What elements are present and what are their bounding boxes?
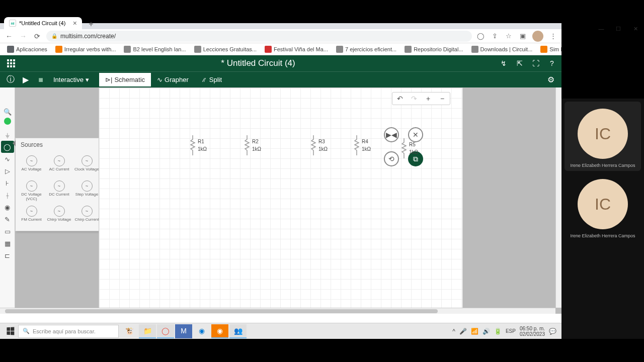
misc-tool[interactable]: ▦	[1, 237, 14, 249]
close-tab-icon[interactable]: ×	[73, 19, 77, 27]
teams-participant-tile[interactable]: IC Irene Elizabeth Herrera Campos	[565, 102, 641, 171]
grid-icon	[7, 59, 15, 67]
close-window-button[interactable]: ✕	[627, 23, 644, 34]
bookmark-item[interactable]: Festival Viña del Ma...	[262, 45, 331, 54]
ground-tool[interactable]: ⏚	[1, 129, 14, 141]
zoom-in-button[interactable]: +	[422, 94, 435, 104]
schematic-canvas[interactable]: ↶ ↷ + − ▶◀ ✕ ⟲ ⧉ R11kΩR21kΩR31kΩR41kΩR51…	[99, 87, 463, 309]
tab-grapher[interactable]: ∿ Grapher	[151, 73, 195, 86]
back-button[interactable]: ←	[4, 31, 14, 41]
source-component[interactable]: ~Chirp Voltage	[45, 204, 73, 229]
transistor-tool[interactable]: ⊦	[1, 177, 14, 189]
source-component[interactable]: ~FM Current	[18, 204, 45, 229]
bookmark-item[interactable]: Lecciones Gratuitas...	[191, 45, 260, 54]
vertical-scrollbar[interactable]	[555, 87, 561, 308]
profile-avatar[interactable]	[532, 31, 543, 42]
source-icon: ~	[82, 180, 93, 192]
diode-tool[interactable]: ▷	[1, 165, 14, 177]
tray-clock[interactable]: 06:50 p. m. 02/02/2023	[520, 326, 545, 337]
extensions-icon[interactable]: ▣	[518, 32, 527, 41]
teams-participant-tile[interactable]: IC Irene Elizabeth Herrera Campos	[561, 174, 644, 241]
task-chrome[interactable]: ◯	[157, 324, 174, 338]
resistor-component[interactable]: R11kΩ	[190, 135, 207, 155]
bookmark-item[interactable]: Sim Bookville: Misió...	[537, 45, 561, 54]
tray-volume-icon[interactable]: 🔊	[482, 328, 490, 335]
source-component[interactable]: ~Clock Voltage	[73, 153, 101, 178]
resistor-component[interactable]: R21kΩ	[244, 135, 261, 155]
bookmark-item[interactable]: B2 level English lan...	[121, 45, 189, 54]
new-tab-button[interactable]: +	[86, 19, 96, 29]
source-component[interactable]: ~AC Voltage	[18, 153, 45, 178]
menu-icon[interactable]: ⋮	[548, 32, 557, 41]
simulation-mode-select[interactable]: Interactive ▾	[49, 76, 93, 83]
tray-battery-icon[interactable]: 🔋	[494, 328, 502, 335]
bookmark-item[interactable]: Irregular verbs with...	[52, 45, 119, 54]
browser-tab[interactable]: ni *Untitled Circuit (4) ×	[4, 17, 82, 29]
start-button[interactable]	[2, 324, 18, 338]
redo-button[interactable]: ↷	[408, 94, 421, 104]
help-icon[interactable]: ?	[547, 59, 556, 68]
maximize-button[interactable]: ☐	[610, 23, 627, 34]
source-component[interactable]: ~AC Current	[45, 153, 73, 178]
url-field[interactable]: 🔒 multisim.com/create/	[46, 31, 472, 42]
tray-lang[interactable]: ESP	[506, 328, 516, 334]
source-component[interactable]: ~Step Voltage	[73, 178, 101, 204]
bookmark-item[interactable]: Aplicaciones	[4, 45, 50, 54]
bookmark-item[interactable]: 7 ejercicios eficient...	[333, 45, 399, 54]
passive-tool[interactable]: ∿	[1, 153, 14, 165]
source-component[interactable]: ~DC Voltage (VCC)	[18, 178, 45, 204]
task-teams[interactable]: 👥	[229, 324, 247, 338]
participant-name: Irene Elizabeth Herrera Campos	[564, 233, 642, 238]
rotate-button[interactable]: ⟲	[384, 151, 399, 166]
search-tool[interactable]: 🔍	[1, 106, 14, 118]
document-title: * Untitled Circuit (4)	[17, 58, 499, 68]
settings-button[interactable]: ⚙	[544, 73, 557, 86]
resistor-component[interactable]: R51kΩ	[401, 138, 418, 158]
source-component[interactable]: ~DC Current	[45, 178, 73, 204]
task-app-orange[interactable]: ◉	[211, 324, 228, 338]
bookmark-item[interactable]: Repositorio Digital...	[401, 45, 466, 54]
export-icon[interactable]: ⇱	[515, 59, 524, 68]
sources-tool[interactable]: ◯	[1, 141, 14, 153]
task-app-1[interactable]: 🐮	[121, 324, 138, 338]
probe-tool[interactable]: ✎	[1, 213, 14, 225]
tray-wifi-icon[interactable]: 📶	[471, 328, 478, 335]
connectivity-icon[interactable]: ↯	[499, 59, 508, 68]
horizontal-scrollbar[interactable]	[0, 308, 555, 314]
tray-notifications-icon[interactable]: 💬	[549, 328, 556, 335]
schematic-icon: ⊳|	[105, 76, 112, 83]
annotation-indicator[interactable]	[4, 118, 11, 125]
task-explorer[interactable]: 📁	[139, 324, 156, 338]
forward-button[interactable]: →	[18, 31, 28, 41]
source-component[interactable]: ~Chirp Current	[73, 204, 101, 229]
resistor-component[interactable]: R31kΩ	[310, 135, 328, 155]
info-button[interactable]: ⓘ	[4, 73, 17, 86]
share-icon[interactable]: ⇪	[490, 32, 499, 41]
bookmark-item[interactable]: Downloads | Circuit...	[468, 45, 536, 54]
minimize-button[interactable]: —	[593, 23, 610, 34]
tab-schematic[interactable]: ⊳| Schematic	[99, 73, 151, 86]
analog-tool[interactable]: ⟊	[1, 189, 14, 201]
google-lens-icon[interactable]: ◯	[476, 32, 485, 41]
source-icon: ~	[26, 206, 37, 217]
reload-button[interactable]: ⟳	[32, 31, 42, 41]
resistor-component[interactable]: R41kΩ	[354, 135, 371, 155]
taskbar-search[interactable]: 🔍 Escribe aquí para buscar.	[18, 325, 119, 338]
task-edge[interactable]: ◉	[193, 324, 210, 338]
tray-chevron-icon[interactable]: ^	[452, 328, 455, 335]
connector-tool[interactable]: ⊏	[1, 249, 14, 261]
indicator-tool[interactable]: ◉	[1, 201, 14, 213]
stop-button[interactable]: ■	[34, 73, 47, 86]
play-button[interactable]: ▶	[19, 73, 32, 86]
bookmark-star-icon[interactable]: ☆	[504, 32, 513, 41]
participant-name: Irene Elizabeth Herrera Campos	[567, 163, 639, 168]
zoom-out-button[interactable]: −	[436, 94, 449, 104]
flip-horizontal-button[interactable]: ▶◀	[384, 127, 399, 142]
tray-mic-icon[interactable]: 🎤	[459, 328, 467, 335]
tab-split[interactable]: ⫽ Split	[195, 73, 228, 86]
fullscreen-icon[interactable]: ⛶	[531, 59, 540, 68]
undo-button[interactable]: ↶	[393, 94, 407, 104]
digital-tool[interactable]: ▭	[1, 225, 14, 237]
task-multisim[interactable]: M	[175, 324, 192, 338]
app-launcher-button[interactable]	[5, 57, 17, 69]
